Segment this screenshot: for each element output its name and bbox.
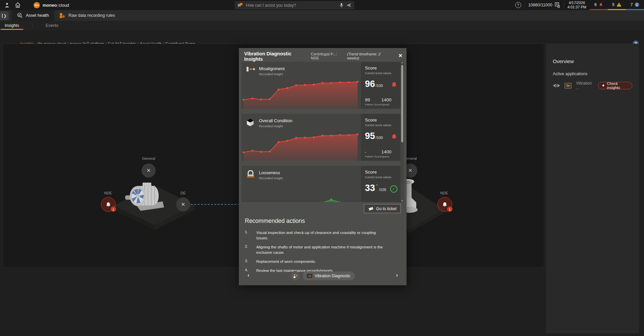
warning-icon xyxy=(616,2,622,7)
alarm-count-badge: 1 xyxy=(447,206,452,212)
score-subheading: Current score values xyxy=(365,71,397,75)
ifm-logo-icon: ifm xyxy=(34,2,40,8)
application-name: Vibration ... xyxy=(576,81,594,90)
tab-asset-health-label: Asset health xyxy=(26,13,49,18)
check-insights-button[interactable]: Check insights xyxy=(598,82,632,89)
card-title: Overall Condition xyxy=(259,118,292,123)
insight-card-misalignment[interactable]: Misalignment Recorded insight Score Curr… xyxy=(241,62,401,109)
misalignment-trend-chart xyxy=(242,77,360,109)
assistant-input[interactable]: How can I assist you today? xyxy=(235,1,354,9)
speed-value: 1400 xyxy=(381,149,398,154)
warning-counter[interactable]: 5 xyxy=(608,0,626,10)
tab-raw-data-rules[interactable]: Raw data recording rules xyxy=(54,10,120,21)
card-subtitle: Recorded insight xyxy=(259,124,283,128)
insight-card-overall-condition[interactable]: Overall Condition Recorded insight Score… xyxy=(241,114,401,161)
topbar-right: ? 10860/11000 4/17/2026 4:01:37 PM 6 5 xyxy=(512,0,644,10)
pattern-score-value: - xyxy=(365,149,381,154)
card-subtitle: Recorded insight xyxy=(259,72,283,76)
overview-title: Overview xyxy=(553,58,632,64)
looseness-trend-chart xyxy=(242,181,360,202)
eye-icon[interactable] xyxy=(553,83,560,88)
cards-scrollbar[interactable]: ▲ ▼ xyxy=(400,61,404,202)
general-close-button[interactable]: ✕ xyxy=(142,163,156,178)
vibration-insights-dialog: Vibration Diagnostic Insights Centrifuga… xyxy=(239,48,407,285)
asset-label-nde: NDE xyxy=(440,191,448,195)
card-title: Looseness xyxy=(259,170,280,175)
subtabs: Insights Events xyxy=(0,21,644,30)
score-heading: Score xyxy=(365,117,397,123)
vibration-diagnostic-icon xyxy=(307,274,312,278)
tab-asset-health[interactable]: Asset health xyxy=(11,10,54,21)
score-subheading: Current score values xyxy=(365,124,397,127)
score-value: 33 xyxy=(365,184,375,192)
alarm-bell-icon xyxy=(391,81,397,88)
carousel-overview-button[interactable] xyxy=(290,271,300,281)
asset-label-general: General xyxy=(142,156,155,160)
chat-icon xyxy=(237,3,243,8)
misalignment-icon xyxy=(246,66,255,73)
tab-events[interactable]: Events xyxy=(42,21,62,30)
dialog-title: Vibration Diagnostic Insights xyxy=(244,51,309,62)
send-icon[interactable] xyxy=(346,3,352,7)
sidebar-expand-button[interactable]: ❯ xyxy=(0,11,9,20)
license-certificate-icon xyxy=(554,2,560,8)
dialog-header: Vibration Diagnostic Insights Centrifuga… xyxy=(239,48,407,60)
score-value: 96 xyxy=(365,80,375,88)
card-subtitle: Recorded insight xyxy=(259,176,283,180)
close-icon[interactable]: ✕ xyxy=(398,53,402,59)
carousel-next-button[interactable]: › xyxy=(396,272,398,278)
tab-insights[interactable]: Insights xyxy=(1,21,23,30)
score-heading: Score xyxy=(365,170,397,175)
nde-alarm-button[interactable]: 1 xyxy=(437,197,452,212)
asset-label-de: DE xyxy=(180,191,185,195)
application-carousel: ‹ Vibration Diagnostic › xyxy=(239,271,407,281)
scrollbar-thumb[interactable] xyxy=(401,65,403,142)
bell-icon xyxy=(602,84,605,88)
score-panel: Score Current score values 96 /100 99Pat… xyxy=(361,62,401,109)
overall-condition-icon xyxy=(246,118,255,127)
active-applications-label: Active applications xyxy=(553,71,632,76)
recommended-actions: Recommended actions 1.Visual inspection … xyxy=(239,215,407,273)
app-root: ifm moneo|cloud How can I assist you tod… xyxy=(0,0,644,336)
ok-check-icon: ✓ xyxy=(390,185,397,193)
bell-icon xyxy=(442,201,448,208)
carousel-active-item[interactable]: Vibration Diagnostic xyxy=(303,272,355,280)
bell-icon xyxy=(105,201,111,208)
motor-graphic[interactable] xyxy=(123,177,167,213)
user-icon[interactable] xyxy=(3,1,11,9)
de-close-button[interactable]: ✕ xyxy=(176,197,190,211)
assistant-placeholder: How can I assist you today? xyxy=(246,3,337,8)
pattern-score-value: 99 xyxy=(365,97,381,102)
overall-condition-trend-chart xyxy=(242,129,360,161)
alarm-counter[interactable]: 6 xyxy=(590,0,608,10)
insight-card-looseness[interactable]: Looseness Recorded insight Score Current… xyxy=(241,166,401,202)
license-status[interactable]: 10860/11000 xyxy=(525,0,564,10)
datetime: 4/17/2026 4:01:37 PM xyxy=(564,0,590,10)
info-counter[interactable]: 7 xyxy=(626,0,644,10)
dialog-subtitle: Centrifugal P...: NDE xyxy=(311,52,345,60)
help-icon[interactable]: ? xyxy=(515,2,521,8)
recommended-action-item: 2.Aligning the shafts of motor and appli… xyxy=(245,244,400,255)
recommended-action-item: 3.Replacement of worn components. xyxy=(245,259,400,264)
date: 4/17/2026 xyxy=(569,1,585,5)
connection-line xyxy=(191,204,240,205)
main-tabbar: ❯ Asset health Raw data recording rules xyxy=(0,10,644,21)
nde-alarm-button[interactable]: 1 xyxy=(101,197,116,212)
brand[interactable]: ifm moneo|cloud xyxy=(34,0,69,10)
raw-rules-icon xyxy=(59,12,66,19)
home-icon[interactable] xyxy=(14,1,21,9)
alarm-count-badge: 1 xyxy=(111,206,116,212)
topbar: ifm moneo|cloud How can I assist you tod… xyxy=(0,0,644,10)
overview-panel: Overview Active applications Vibration .… xyxy=(546,44,639,333)
score-panel: Score Current score values 33 ▼ /100 ✓ xyxy=(361,166,401,202)
microphone-icon[interactable] xyxy=(339,3,343,8)
ticket-icon xyxy=(368,206,374,211)
recommended-actions-title: Recommended actions xyxy=(245,218,400,225)
looseness-icon xyxy=(246,170,255,178)
asset-label-nde: NDE xyxy=(104,191,112,195)
vibration-app-icon[interactable] xyxy=(565,83,572,89)
insight-cards-scroll[interactable]: Misalignment Recorded insight Score Curr… xyxy=(241,61,404,202)
bell-icon xyxy=(599,2,603,7)
go-to-ticket-button[interactable]: Go to ticket xyxy=(364,204,401,213)
trend-timeframe: (Trend timeframe: 2 weeks) xyxy=(347,52,392,60)
